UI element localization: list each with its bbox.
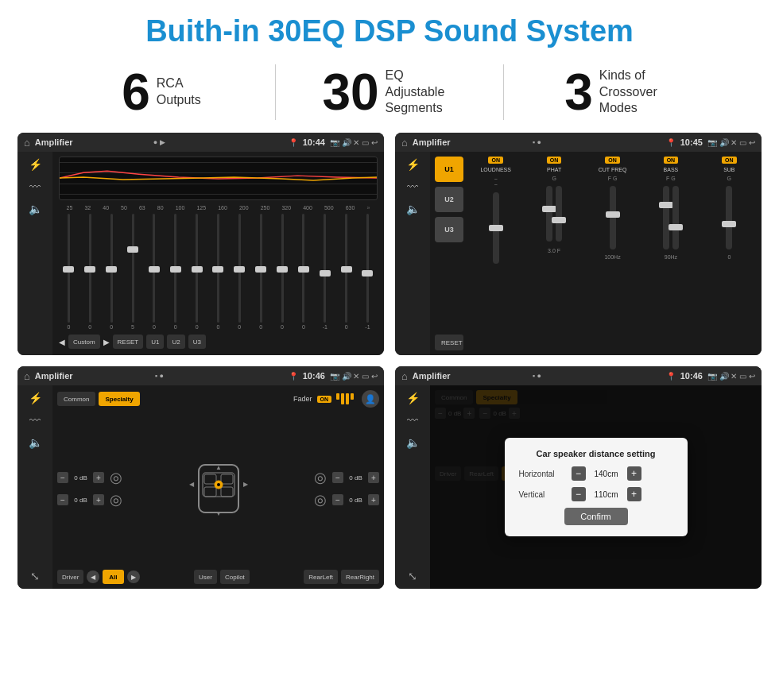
wave-icon-3[interactable]: 〰 xyxy=(29,414,41,427)
reset-btn-2[interactable]: RESET xyxy=(435,335,463,350)
u1-btn[interactable]: U1 xyxy=(146,335,164,349)
channel-sub: ON SUB G 0 xyxy=(702,157,757,350)
plus-btn-3[interactable]: + xyxy=(368,472,379,483)
on-badge-cutfreq[interactable]: ON xyxy=(605,157,620,164)
speaker-icon-4[interactable]: 🔈 xyxy=(406,436,420,449)
confirm-button[interactable]: Confirm xyxy=(564,508,628,525)
label-phat: PHAT xyxy=(547,167,561,172)
preset-u3[interactable]: U3 xyxy=(435,217,463,242)
screen2-content: ⚡ 〰 🔈 U1 U2 U3 RESET ON LOUDNESS xyxy=(395,152,762,355)
channel-loudness: ON LOUDNESS ~ ~ xyxy=(468,157,523,350)
on-badge-phat[interactable]: ON xyxy=(547,157,562,164)
slider-loudness[interactable] xyxy=(493,192,499,264)
next-arrow[interactable]: ▶ xyxy=(103,338,110,346)
db-control-3: ◎ − 0 dB + xyxy=(314,469,379,486)
screen2-sidebar: ⚡ 〰 🔈 xyxy=(395,152,430,355)
home-icon-2[interactable]: ⌂ xyxy=(401,137,408,149)
plus-btn-1[interactable]: + xyxy=(93,472,104,483)
user-btn[interactable]: User xyxy=(194,570,217,584)
fader-sliders xyxy=(336,393,354,404)
stat-eq: 30 EQ AdjustableSegments xyxy=(276,67,503,118)
plus-btn-4[interactable]: + xyxy=(368,494,379,505)
screen3-title: Amplifier xyxy=(35,371,150,381)
plus-btn-2[interactable]: + xyxy=(93,494,104,505)
screens-grid: ⌂ Amplifier ● ▶ 📍 10:44 📷 🔊 ✕ ▭ ↩ ⚡ 〰 🔈 xyxy=(0,133,779,601)
svg-rect-3 xyxy=(221,474,233,484)
minus-btn-4[interactable]: − xyxy=(332,494,343,505)
minus-btn-3[interactable]: − xyxy=(332,472,343,483)
wave-icon-2[interactable]: 〰 xyxy=(407,180,418,193)
all-btn[interactable]: All xyxy=(103,570,123,584)
home-icon-4[interactable]: ⌂ xyxy=(401,370,408,382)
person-icon[interactable]: 👤 xyxy=(362,390,379,408)
horizontal-minus[interactable]: − xyxy=(572,466,586,481)
label-cutfreq: CUT FREQ xyxy=(599,167,627,172)
right-arrow-btn[interactable]: ▶ xyxy=(127,570,140,583)
slider-sub[interactable] xyxy=(726,186,732,249)
stat-label-eq: EQ AdjustableSegments xyxy=(386,68,457,117)
screen1-sidebar: ⚡ 〰 🔈 xyxy=(17,152,52,355)
eq-icon-3[interactable]: ⚡ xyxy=(29,392,42,404)
eq-graph xyxy=(59,157,378,200)
vertical-plus[interactable]: + xyxy=(627,487,641,501)
svg-text:◀: ◀ xyxy=(189,481,195,488)
preset-u2[interactable]: U2 xyxy=(435,187,463,212)
expand-icon-3[interactable]: ⤡ xyxy=(30,570,40,582)
eq-icon-4[interactable]: ⚡ xyxy=(406,392,420,404)
slider-cutfreq[interactable] xyxy=(610,186,616,249)
speaker-sidebar-icon[interactable]: 🔈 xyxy=(29,203,42,215)
vertical-minus[interactable]: − xyxy=(572,487,586,501)
dot-icons-2: ▪ ● xyxy=(533,138,541,146)
slider-phat-r[interactable] xyxy=(556,186,562,242)
main-title: Buith-in 30EQ DSP Sound System xyxy=(0,0,779,56)
u2-btn[interactable]: U2 xyxy=(167,335,184,349)
prev-arrow[interactable]: ◀ xyxy=(59,338,65,346)
status-icons-4: 📍 xyxy=(666,372,676,381)
rearleft-btn[interactable]: RearLeft xyxy=(304,570,338,584)
stat-number-rca: 6 xyxy=(122,67,150,118)
speaker-icon-2[interactable]: 🔈 xyxy=(406,203,420,215)
tab-specialty[interactable]: Specialty xyxy=(99,392,139,406)
expand-icon-4[interactable]: ⤡ xyxy=(408,570,417,582)
vertical-value: 110cm xyxy=(591,490,622,499)
screen4-sidebar: ⚡ 〰 🔈 ⤡ xyxy=(395,385,430,589)
driver-btn[interactable]: Driver xyxy=(57,570,83,584)
crossover-main: Common Specialty Fader ON xyxy=(52,385,384,589)
speaker-icon-3[interactable]: 🔈 xyxy=(29,436,42,449)
fader-label: Fader xyxy=(293,395,312,403)
wave-icon-4[interactable]: 〰 xyxy=(407,414,418,427)
copilot-btn[interactable]: Copilot xyxy=(220,570,250,584)
media-icons-4: 📷 🔊 ✕ ▭ ↩ xyxy=(707,372,755,381)
wave-sidebar-icon[interactable]: 〰 xyxy=(29,180,41,193)
slider-bass-r[interactable] xyxy=(672,186,679,249)
horizontal-plus[interactable]: + xyxy=(627,466,641,481)
preset-u1[interactable]: U1 xyxy=(435,157,463,182)
on-badge-loudness[interactable]: ON xyxy=(488,157,503,164)
left-arrow-btn[interactable]: ◀ xyxy=(87,570,99,583)
eq-sidebar-icon[interactable]: ⚡ xyxy=(29,158,42,171)
eq-icon-2[interactable]: ⚡ xyxy=(406,158,420,171)
custom-btn[interactable]: Custom xyxy=(68,335,100,349)
slider-bass-l[interactable] xyxy=(663,186,669,249)
rearright-btn[interactable]: RearRight xyxy=(341,570,379,584)
screen2-time: 10:45 xyxy=(680,137,703,147)
home-icon-3[interactable]: ⌂ xyxy=(24,370,30,382)
reset-btn-1[interactable]: RESET xyxy=(113,335,144,349)
u3-btn[interactable]: U3 xyxy=(188,335,206,349)
minus-btn-2[interactable]: − xyxy=(57,494,68,505)
fader-on-badge[interactable]: ON xyxy=(317,396,332,403)
home-icon-1[interactable]: ⌂ xyxy=(24,137,30,149)
horizontal-value: 140cm xyxy=(591,470,622,478)
stat-rca: 6 RCAOutputs xyxy=(48,67,275,118)
channel-cutfreq: ON CUT FREQ F G 100Hz xyxy=(585,157,640,350)
modal-vertical-row: Vertical − 110cm + xyxy=(519,487,673,501)
on-badge-sub[interactable]: ON xyxy=(722,157,737,164)
tab-common[interactable]: Common xyxy=(57,392,95,406)
fader-section: Fader ON xyxy=(293,393,354,404)
screen4-time: 10:46 xyxy=(680,371,703,381)
minus-btn-1[interactable]: − xyxy=(57,472,68,483)
screen4-content: ⚡ 〰 🔈 ⤡ Common Specialty − 0 dB xyxy=(395,385,762,589)
svg-rect-4 xyxy=(204,487,216,497)
on-badge-bass[interactable]: ON xyxy=(664,157,679,164)
slider-phat-l[interactable] xyxy=(546,186,552,242)
